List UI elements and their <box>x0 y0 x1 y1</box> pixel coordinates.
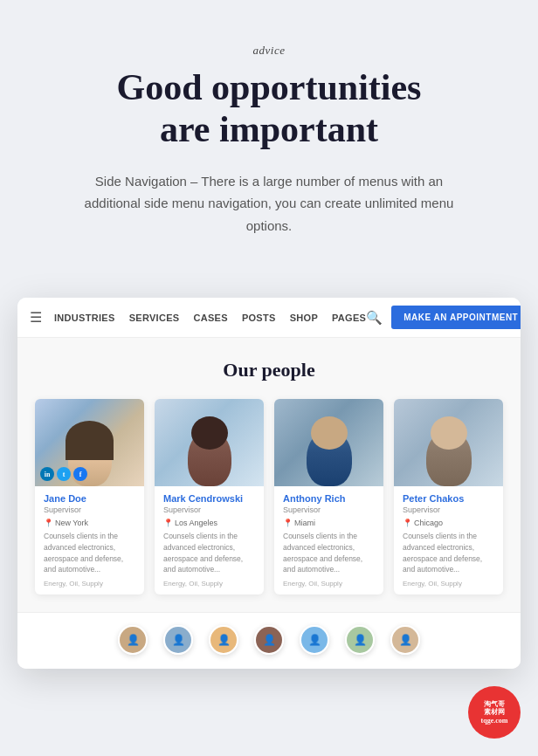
nav-link-cases[interactable]: CASES <box>193 313 227 323</box>
section-title: Our people <box>35 359 503 381</box>
person-name-1[interactable]: Jane Doe <box>44 493 135 504</box>
avatar-6[interactable]: 👤 <box>345 625 375 655</box>
person-info-4: Peter Chakos Supervisor 📍 Chicago Counse… <box>394 486 503 594</box>
search-icon[interactable]: 🔍 <box>366 310 383 326</box>
person-location-1: 📍 New York <box>44 519 135 527</box>
person-desc-4: Counsels clients in the advanced electro… <box>403 531 494 575</box>
hamburger-icon[interactable]: ☰ <box>30 309 42 326</box>
nav-link-posts[interactable]: POSTS <box>242 313 276 323</box>
browser-mockup: ☰ INDUSTRIES SERVICES CASES POSTS SHOP P… <box>17 298 521 669</box>
person-role-1: Supervisor <box>44 505 135 514</box>
person-card-4: Peter Chakos Supervisor 📍 Chicago Counse… <box>394 399 503 594</box>
person-info-3: Anthony Rich Supervisor 📍 Miami Counsels… <box>274 486 383 594</box>
person-location-2: 📍 Los Angeles <box>163 519 255 527</box>
nav-link-industries[interactable]: INDUSTRIES <box>54 313 115 323</box>
person-photo-1: in t f <box>35 399 144 486</box>
person-name-4[interactable]: Peter Chakos <box>403 493 494 504</box>
person-name-3[interactable]: Anthony Rich <box>283 493 375 504</box>
location-icon-1: 📍 <box>44 519 53 527</box>
navbar: ☰ INDUSTRIES SERVICES CASES POSTS SHOP P… <box>17 298 521 338</box>
nav-link-services[interactable]: SERVICES <box>129 313 180 323</box>
person-desc-3: Counsels clients in the advanced electro… <box>283 531 375 575</box>
hero-description: Side Navigation – There is a large numbe… <box>68 170 470 237</box>
people-grid: in t f Jane Doe Supervisor 📍 New York Co… <box>35 399 503 594</box>
avatar-4[interactable]: 👤 <box>254 625 284 655</box>
person-tags-4: Energy, Oil, Supply <box>403 580 494 588</box>
hero-subtitle: advice <box>52 44 486 58</box>
hero-section: advice Good opportunitiesare important S… <box>0 0 538 271</box>
nav-links: INDUSTRIES SERVICES CASES POSTS SHOP PAG… <box>54 313 366 323</box>
nav-link-shop[interactable]: SHOP <box>290 313 318 323</box>
person-desc-2: Counsels clients in the advanced electro… <box>163 531 255 575</box>
linkedin-icon[interactable]: in <box>40 467 54 481</box>
facebook-icon[interactable]: f <box>73 467 87 481</box>
avatar-7[interactable]: 👤 <box>390 625 420 655</box>
person-info-1: Jane Doe Supervisor 📍 New York Counsels … <box>35 486 144 594</box>
hero-title: Good opportunitiesare important <box>52 66 486 151</box>
watermark: 淘气哥素材网tqge.com <box>468 686 521 739</box>
person-desc-1: Counsels clients in the advanced electro… <box>44 531 135 575</box>
nav-link-pages[interactable]: PAGES <box>332 313 366 323</box>
person-role-3: Supervisor <box>283 505 375 514</box>
avatar-5[interactable]: 👤 <box>300 625 329 655</box>
location-icon-4: 📍 <box>403 519 412 527</box>
avatar-2[interactable]: 👤 <box>163 625 193 655</box>
person-tags-2: Energy, Oil, Supply <box>163 580 255 588</box>
person-photo-4 <box>394 399 503 486</box>
location-icon-3: 📍 <box>283 519 293 527</box>
location-icon-2: 📍 <box>163 519 173 527</box>
person-card-1: in t f Jane Doe Supervisor 📍 New York Co… <box>35 399 144 594</box>
person-role-2: Supervisor <box>163 505 255 514</box>
person-info-2: Mark Cendrowski Supervisor 📍 Los Angeles… <box>155 486 264 594</box>
content-area: Our people in t f Jane Doe Supervisor 📍 <box>17 338 521 612</box>
person-role-4: Supervisor <box>403 505 494 514</box>
person-location-3: 📍 Miami <box>283 519 375 527</box>
person-photo-3 <box>274 399 383 486</box>
avatar-3[interactable]: 👤 <box>209 625 238 655</box>
person-tags-3: Energy, Oil, Supply <box>283 580 375 588</box>
person-tags-1: Energy, Oil, Supply <box>44 580 135 588</box>
bottom-avatars: 👤 👤 👤 👤 👤 👤 👤 <box>17 612 521 669</box>
avatar-1[interactable]: 👤 <box>118 625 148 655</box>
person-name-2[interactable]: Mark Cendrowski <box>163 493 255 504</box>
twitter-icon[interactable]: t <box>57 467 71 481</box>
social-icons-1: in t f <box>40 467 87 481</box>
person-card-2: Mark Cendrowski Supervisor 📍 Los Angeles… <box>155 399 264 594</box>
person-photo-2 <box>155 399 264 486</box>
person-location-4: 📍 Chicago <box>403 519 494 527</box>
cta-button[interactable]: MAKE AN APPOINTMENT <box>391 306 521 329</box>
person-card-3: Anthony Rich Supervisor 📍 Miami Counsels… <box>274 399 383 594</box>
